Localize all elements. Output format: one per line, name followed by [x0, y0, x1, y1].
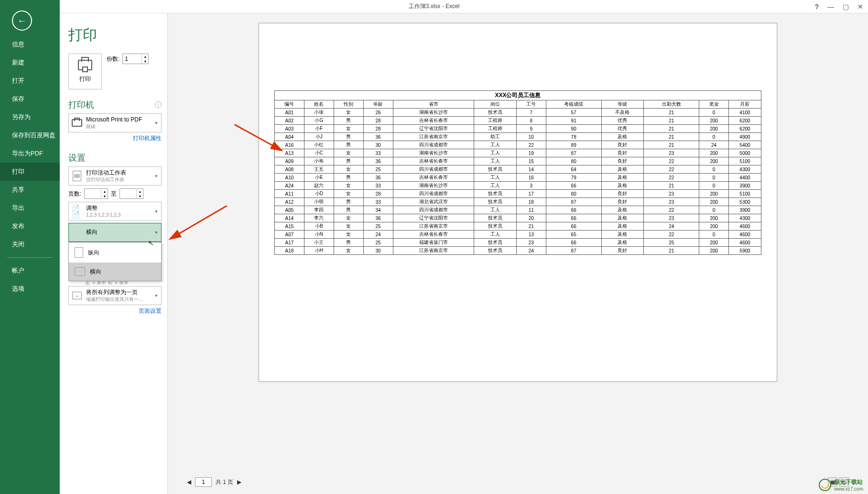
table-row: A11小D女28四川省成都市技术员1780良好232005100 [275, 190, 761, 198]
sidebar-item-8[interactable]: 共享 [0, 181, 60, 199]
table-row: A08王五女25四川省成都市技术员1464及格2204300 [275, 165, 761, 174]
table-header: 姓名 [304, 100, 334, 109]
table-header: 编号 [275, 100, 304, 109]
table-header: 出勤天数 [644, 100, 699, 109]
chevron-down-icon: ▼ [154, 231, 158, 235]
table-row: A12小明男33湖北省武汉市技术员1887良好232005300 [275, 198, 761, 206]
orientation-landscape-option[interactable]: 横向 [69, 263, 161, 281]
sidebar-item-10[interactable]: 发布 [0, 217, 60, 235]
copies-label: 份数: [107, 55, 119, 63]
print-what-main: 打印活动工作表 [86, 169, 152, 177]
sidebar-item-6[interactable]: 导出为PDF [0, 144, 60, 163]
print-what-dropdown[interactable]: 打印活动工作表 仅打印活动工作表 ▼ [68, 166, 162, 186]
table-row: A14李六女36辽宁省沈阳市技术员2066及格232004300 [275, 214, 761, 222]
sidebar-item-1[interactable]: 新建 [0, 54, 60, 72]
table-row: A09小韦男36吉林省长春市工人1580良好222005100 [275, 157, 761, 165]
preview-footer: ◀ 共 1 页 ▶ ▦ ▭ [182, 472, 854, 492]
pages-from-input[interactable]: ▲▼ [84, 188, 108, 199]
scaling-main: 将所有列调整为一页 [86, 289, 152, 296]
sidebar-item-5[interactable]: 保存到百度网盘 [0, 126, 60, 144]
table-row: A24赵六女33湖南省长沙市工人366及格2103900 [275, 182, 761, 190]
sidebar-item-4[interactable]: 另存为 [0, 108, 60, 126]
window-title: 工作簿3.xlsx - Excel [409, 2, 460, 11]
window-controls: ? — ▢ ✕ [814, 0, 868, 13]
chevron-down-icon: ▼ [154, 174, 158, 178]
orientation-current: 横向 [86, 229, 152, 236]
spin-down-icon[interactable]: ▼ [142, 59, 148, 64]
print-what-sub: 仅打印活动工作表 [86, 176, 152, 183]
table-row: A10小E男36吉林省长春市工人1679及格2204400 [275, 174, 761, 182]
page-total: 共 1 页 [216, 478, 233, 486]
page-number-input[interactable] [195, 477, 212, 487]
printer-dropdown[interactable]: Microsoft Print to PDF 就绪 ▼ [68, 113, 162, 132]
portrait-label: 纵向 [88, 249, 99, 257]
sidebar-item-0[interactable]: 信息 [0, 35, 60, 54]
printer-icon [78, 60, 92, 70]
sidebar-item-3[interactable]: 保存 [0, 90, 60, 108]
print-button[interactable]: 打印 [68, 54, 102, 89]
watermark-name: 极光下载站 [834, 478, 863, 486]
next-page-icon[interactable]: ▶ [237, 479, 241, 485]
preview-page: XXX公司员工信息 编号姓名性别年龄省市岗位工号考核成绩等级出勤天数奖金月薪 A… [259, 23, 777, 382]
sidebar-item-7[interactable]: 打印 [0, 163, 60, 181]
table-row: A01小张女26湖南省长沙市技术员757不及格2104100 [275, 109, 761, 117]
table-header: 性别 [334, 100, 363, 109]
pages-to-input[interactable]: ▲▼ [119, 188, 143, 199]
table-header: 月薪 [728, 100, 761, 109]
settings-section-title: 设置 [68, 152, 86, 164]
watermark-url: www.xz7.com [834, 486, 863, 492]
orientation-dropdown[interactable]: 横向 ▼ [68, 223, 162, 242]
worksheet-icon [73, 171, 81, 181]
orientation-portrait-option[interactable]: 纵向 [69, 242, 161, 263]
chevron-down-icon: ▼ [154, 209, 158, 214]
table-header: 等级 [601, 100, 644, 109]
table-header: 岗位 [474, 100, 517, 109]
table-row: A13小C女33湖南省长沙市工人1987良好232005000 [275, 149, 761, 157]
prev-page-icon[interactable]: ◀ [187, 479, 191, 485]
page-heading: 打印 [68, 25, 162, 45]
table-row: A03小F女28辽宁省沈阳市工程师990优秀212006200 [275, 125, 761, 133]
print-settings-panel: 打印 打印 份数: 1 ▲▼ 打印机 i Microsoft Print to … [60, 13, 167, 494]
table-row: A15小B女25江苏省南京市技术员2166及格242004600 [275, 222, 761, 231]
printer-name: Microsoft Print to PDF [86, 116, 152, 124]
table-row: A18小H女30江苏省南京市技术员2487良好212005900 [275, 247, 761, 255]
scaling-sub: 缩减打印输出使其只有一… [86, 296, 152, 302]
page-setup-link[interactable]: 页面设置 [68, 307, 162, 315]
fit-columns-icon [72, 292, 82, 299]
table-title: XXX公司员工信息 [275, 91, 761, 100]
sidebar-account[interactable]: 帐户 [0, 262, 60, 280]
info-icon[interactable]: i [155, 101, 162, 108]
spin-up-icon[interactable]: ▲ [142, 54, 148, 59]
close-icon[interactable]: ✕ [857, 3, 863, 11]
sidebar-options[interactable]: 选项 [0, 280, 60, 298]
back-button[interactable]: ← [12, 11, 32, 31]
table-header: 奖金 [699, 100, 729, 109]
scaling-dropdown[interactable]: 将所有列调整为一页 缩减打印输出使其只有一… ▼ [68, 286, 162, 305]
minimize-icon[interactable]: — [827, 3, 834, 11]
table-row: A16小红男30四川省成都市工人2289良好21245400 [275, 141, 761, 149]
table-row: A07小N女24吉林省长春市工人1365及格2204600 [275, 231, 761, 239]
table-row: A05李四男34四川省成都市工人1166及格2203900 [275, 206, 761, 214]
printer-section-title: 打印机 [68, 99, 94, 110]
print-button-label: 打印 [79, 75, 91, 83]
watermark-logo-icon [819, 479, 831, 491]
maximize-icon[interactable]: ▢ [843, 3, 849, 11]
copies-input[interactable]: 1 ▲▼ [122, 54, 149, 64]
portrait-icon [75, 247, 83, 258]
help-icon[interactable]: ? [814, 3, 819, 11]
printer-properties-link[interactable]: 打印机属性 [68, 134, 162, 143]
table-header: 工号 [516, 100, 546, 109]
sidebar-item-11[interactable]: 关闭 [0, 235, 60, 253]
landscape-label: 横向 [90, 268, 101, 276]
pages-to-label: 至 [111, 190, 117, 198]
copies-value: 1 [125, 55, 128, 62]
table-header: 考核成绩 [546, 100, 601, 109]
table-row: A17小王男25福建省厦门市技术员2366及格252004600 [275, 239, 761, 247]
collate-dropdown[interactable]: 📄📄 调整 1,2,3 1,2,3 1,2,3 ▼ [68, 202, 162, 221]
sidebar-item-9[interactable]: 导出 [0, 199, 60, 217]
watermark: 极光下载站 www.xz7.com [819, 478, 863, 492]
collate-sub: 1,2,3 1,2,3 1,2,3 [86, 212, 152, 218]
orientation-popup: 纵向 横向 [68, 242, 162, 281]
table-header: 省市 [393, 100, 474, 109]
sidebar-item-2[interactable]: 打开 [0, 72, 60, 90]
